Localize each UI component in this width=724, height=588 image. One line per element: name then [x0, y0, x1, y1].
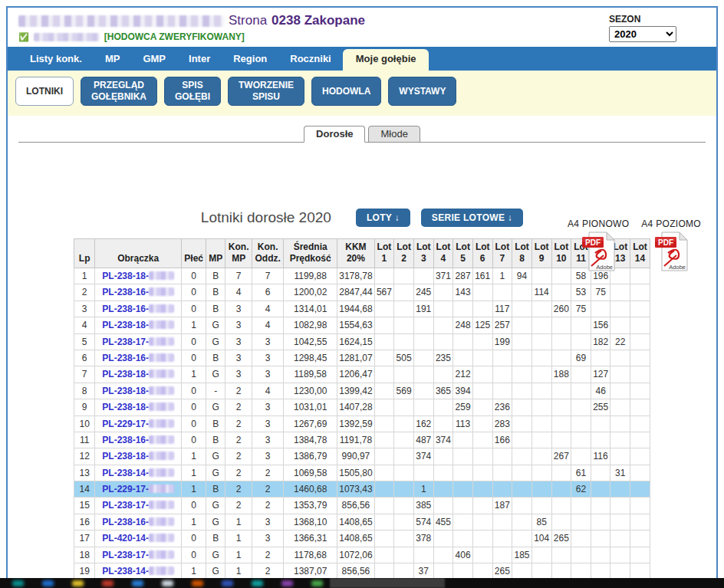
col-header-lot-6: Lot 6 [472, 239, 492, 268]
cell-lot-5 [453, 563, 473, 580]
tab-mlode[interactable]: Młode [368, 126, 420, 143]
ring-link[interactable]: PL-238-17- [102, 337, 149, 347]
toolbar-button-spis-golebi[interactable]: SPIS GOŁĘBI [164, 77, 221, 106]
cell-lot-9 [531, 317, 551, 333]
cell-lot-5: 406 [453, 547, 473, 563]
cell-ring: PL-238-16- [95, 350, 182, 366]
cell-lot-12: 116 [591, 448, 610, 465]
cell-lot-11: 61 [571, 465, 591, 481]
cell-ring: PL-229-17- [95, 416, 182, 432]
nav-item-roczniki[interactable]: Roczniki [278, 48, 342, 71]
ring-link[interactable]: PL-238-16- [102, 517, 149, 527]
pdf-export-label: A4 PIONOWO [568, 218, 629, 229]
taskbar-app-icon[interactable] [311, 580, 323, 586]
taskbar-app-icon[interactable] [252, 580, 263, 586]
ring-link[interactable]: PL-238-18- [102, 402, 149, 412]
nav-item-moje-golebie[interactable]: Moje gołębie [343, 49, 429, 71]
cell-lot-9 [531, 465, 551, 481]
ring-link[interactable]: PL-238-18- [102, 271, 149, 281]
cell-lot-4 [433, 317, 453, 333]
cell-lot-13 [610, 416, 630, 432]
toolbar-button-hodowla[interactable]: HODOWLA [311, 77, 381, 106]
ring-link[interactable]: PL-420-14- [102, 533, 149, 544]
pdf-file-icon: PDFAdobe [654, 232, 688, 271]
ring-link[interactable]: PL-238-17- [102, 500, 149, 511]
nav-item-gmp[interactable]: GMP [131, 48, 177, 71]
pdf-export-a4-poziomo[interactable]: A4 POZIOMOPDFAdobe [641, 218, 701, 274]
cell-lot-9 [531, 481, 551, 498]
cell-lot-13 [610, 563, 630, 580]
nav-item-inter[interactable]: Inter [177, 48, 222, 71]
serie-lotowe-button[interactable]: SERIE LOTOWE ↓ [421, 209, 523, 227]
toolbar-button-tworzenie-spisu[interactable]: TWORZENIE SPISU [228, 77, 304, 106]
nav-item-mp[interactable]: MP [94, 48, 132, 71]
cell-lot-6 [472, 301, 492, 317]
cell-lot-7 [492, 465, 512, 481]
ring-link[interactable]: PL-238-17- [102, 550, 149, 560]
main-nav: Listy konk.MPGMPInterRegionRocznikiMoje … [8, 47, 716, 71]
cell-lot-10 [551, 317, 571, 333]
ring-link[interactable]: PL-238-16- [102, 287, 149, 297]
tab-dorosle[interactable]: Dorosłe [304, 126, 365, 143]
ring-link[interactable]: PL-238-14- [102, 468, 149, 478]
taskbar-app-icon[interactable] [12, 580, 24, 586]
cell-srednia: 1199,88 [284, 268, 337, 284]
taskbar-app-icon[interactable] [132, 580, 143, 586]
ring-link[interactable]: PL-238-18- [102, 451, 149, 462]
taskbar-app-icon[interactable] [42, 580, 54, 586]
cell-kkm: 1944,68 [337, 301, 374, 317]
cell-kon-oddz: 4 [252, 383, 284, 399]
ring-link[interactable]: PL-238-18- [102, 386, 149, 396]
ring-link[interactable]: PL-229-17- [102, 419, 149, 429]
cell-lot-13 [610, 481, 630, 498]
ring-link[interactable]: PL-238-14- [102, 566, 149, 577]
cell-lot-7: 265 [492, 563, 512, 580]
toolbar-button-przeglad-golebnika[interactable]: PRZEGLĄD GOŁĘBNIKA [81, 77, 157, 106]
taskbar-app-icon[interactable] [222, 580, 233, 586]
cell-kkm: 1505,80 [337, 465, 374, 481]
cell-lp: 9 [74, 399, 95, 416]
toolbar-button-lotniki[interactable]: LOTNIKI [15, 77, 74, 106]
taskbar[interactable] [0, 578, 724, 588]
cell-lot-6 [472, 416, 492, 432]
ring-link[interactable]: PL-238-18- [102, 320, 149, 330]
cell-plec: 1 [182, 448, 206, 465]
cell-lot-9: 104 [531, 531, 551, 547]
cell-lot-2 [394, 317, 414, 333]
cell-srednia: 1042,55 [284, 333, 337, 350]
taskbar-app-icon[interactable] [102, 580, 114, 586]
table-row: 14PL-229-17-1B221460,681073,43162 [74, 481, 650, 498]
ring-link[interactable]: PL-238-16- [102, 435, 149, 445]
cell-lot-8: 185 [512, 547, 532, 563]
cell-plec: 0 [182, 268, 206, 284]
redacted-ring-suffix [149, 550, 174, 559]
cell-lot-7 [492, 531, 512, 547]
ring-link[interactable]: PL-238-18- [102, 369, 149, 379]
redacted-ring-suffix [149, 271, 174, 280]
cell-kkm: 1072,06 [337, 547, 374, 563]
cell-lot-8 [512, 366, 532, 383]
cell-ring: PL-238-16- [95, 514, 182, 530]
table-row: 10PL-229-17-0B231267,691392,59162113283 [74, 416, 650, 432]
taskbar-active-window[interactable] [330, 578, 445, 588]
loty-button[interactable]: LOTY ↓ [356, 209, 410, 227]
taskbar-app-icon[interactable] [162, 580, 173, 586]
cell-lot-9 [531, 416, 551, 432]
taskbar-app-icon[interactable] [72, 580, 84, 586]
pdf-export-a4-pionowo[interactable]: A4 PIONOWOPDFAdobe [568, 218, 629, 274]
nav-item-listy-konk[interactable]: Listy konk. [18, 48, 94, 71]
cell-ring: PL-238-14- [95, 563, 182, 580]
cell-ring: PL-420-14- [95, 531, 182, 547]
ring-link[interactable]: PL-238-16- [102, 304, 149, 314]
taskbar-app-icon[interactable] [192, 580, 203, 586]
cell-lot-6: 161 [472, 268, 492, 284]
cell-lot-3: 162 [413, 416, 433, 432]
toolbar-button-wystawy[interactable]: WYSTAWY [388, 77, 456, 106]
nav-item-region[interactable]: Region [222, 48, 278, 71]
taskbar-app-icon[interactable] [281, 580, 293, 586]
cell-ring: PL-238-17- [95, 547, 182, 563]
cell-lot-4 [433, 481, 453, 498]
ring-link[interactable]: PL-238-16- [102, 353, 149, 363]
season-select[interactable]: 2020 [609, 26, 676, 42]
ring-link[interactable]: PL-229-17- [102, 484, 149, 494]
